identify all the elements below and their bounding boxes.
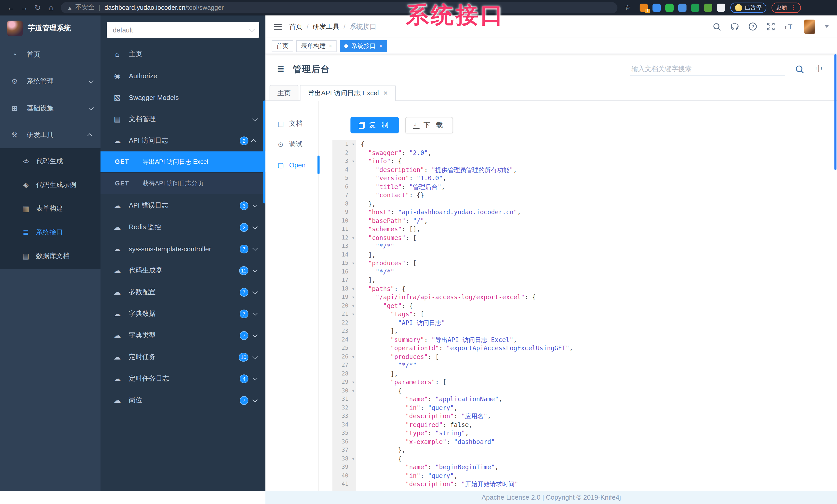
swagger-item-11[interactable]: ☁字典类型7 (101, 324, 265, 346)
app-logo-row[interactable]: 芋道管理系统 (0, 16, 101, 41)
doc-search-icon[interactable] (795, 64, 804, 73)
count-badge: 11 (239, 266, 248, 275)
swagger-item-14[interactable]: ☁岗位7 (101, 389, 265, 411)
extension-green-translate[interactable] (691, 3, 699, 12)
sidebar-item-0[interactable]: ◔首页 (0, 41, 101, 68)
close-icon[interactable]: ✕ (383, 90, 388, 97)
fold-icon[interactable]: ▾ (352, 140, 355, 149)
extension-blue-grid[interactable] (678, 3, 686, 12)
fold-icon[interactable]: ▾ (352, 284, 355, 293)
swagger-item-13[interactable]: ☁定时任务日志4 (101, 368, 265, 389)
fold-icon[interactable]: ▾ (352, 387, 355, 395)
api-group-select[interactable]: default (107, 22, 259, 38)
swagger-item-0[interactable]: ⌂主页 (101, 43, 265, 65)
font-size-icon[interactable]: tT (784, 22, 795, 31)
extension-blue-pin[interactable] (652, 3, 660, 12)
swagger-item-label: 字典数据 (129, 309, 232, 318)
extension-white-paw[interactable] (717, 3, 725, 12)
sidebar-subitem-1[interactable]: ◈代码生成示例 (0, 173, 101, 197)
swagger-item-5[interactable]: ☁API 错误日志3 (101, 195, 265, 216)
extension-green-leaf[interactable] (704, 3, 712, 12)
doc-search-input[interactable] (630, 62, 785, 75)
view-tag-2[interactable]: 系统接口× (340, 40, 387, 52)
browser-home-icon[interactable]: ⌂ (44, 3, 58, 12)
sidebar-item-1[interactable]: ⚙系统管理 (0, 68, 101, 95)
sidebar-subitem-0[interactable]: </>代码生成 (0, 149, 101, 173)
endpoint-row-0[interactable]: GET导出API 访问日志 Excel (101, 151, 265, 172)
line-number: 9 (333, 208, 356, 217)
breadcrumb-item[interactable]: 系统接口 (350, 22, 376, 31)
doc-nav-调试[interactable]: ⊙调试 (265, 134, 318, 154)
doc-tab-0[interactable]: 主页 (270, 85, 298, 100)
sidebar-subitem-4[interactable]: ▤数据库文档 (0, 244, 101, 268)
doc-tab-1[interactable]: 导出API 访问日志 Excel✕ (300, 85, 396, 101)
swagger-item-3[interactable]: ▤文档管理 (101, 108, 265, 130)
close-icon[interactable]: × (329, 43, 332, 49)
security-label[interactable]: 不安全 (75, 3, 94, 12)
code-line: "API 访问日志" (361, 319, 837, 327)
fold-icon[interactable]: ▾ (352, 234, 355, 242)
forward-icon[interactable]: → (18, 3, 31, 12)
page-scrollbar[interactable] (834, 54, 836, 170)
update-button[interactable]: 更新 ⋮ (771, 2, 801, 13)
bookmark-star-icon[interactable]: ☆ (625, 4, 630, 11)
sidebar-item-3[interactable]: ⚒研发工具 (0, 122, 101, 148)
line-number: 23 (333, 327, 356, 336)
swagger-item-4[interactable]: ☁API 访问日志2 (101, 130, 265, 151)
close-icon[interactable]: × (379, 43, 382, 49)
view-tag-1[interactable]: 表单构建× (296, 40, 337, 52)
hamburger-icon[interactable] (274, 23, 282, 30)
swagger-item-6[interactable]: ☁Redis 监控2 (101, 216, 265, 238)
swagger-item-2[interactable]: ▧Swagger Models (101, 87, 265, 108)
fullscreen-icon[interactable] (766, 22, 775, 31)
download-button[interactable]: ↓ 下 载 (405, 117, 453, 133)
fold-icon[interactable]: ▾ (352, 454, 355, 463)
sidebar-subitem-2[interactable]: ▦表单构建 (0, 197, 101, 221)
reload-icon[interactable]: ↻ (31, 3, 44, 12)
fold-icon[interactable]: ▾ (352, 378, 355, 387)
extension-orange[interactable]: 1 (639, 3, 647, 12)
view-tag-0[interactable]: 首页 (272, 40, 293, 52)
breadcrumb-item[interactable]: 研发工具 (313, 22, 339, 31)
back-icon[interactable]: ← (4, 3, 18, 12)
swagger-item-7[interactable]: ☁sys-sms-template-controller7 (101, 238, 265, 260)
collapse-menu-icon[interactable]: ≣ (277, 63, 285, 75)
swagger-item-12[interactable]: ☁定时任务10 (101, 346, 265, 368)
http-method-label: GET (115, 180, 129, 187)
search-icon[interactable] (713, 22, 721, 31)
count-badge: 2 (240, 223, 248, 231)
paused-label: 已暂停 (745, 4, 762, 11)
copy-button[interactable]: 复 制 (351, 117, 399, 133)
language-icon[interactable]: 中 (815, 64, 823, 74)
docmgr-icon: ▤ (113, 115, 122, 123)
fold-icon[interactable]: ▾ (352, 353, 355, 361)
fold-icon[interactable]: ▾ (352, 293, 355, 302)
swagger-item-8[interactable]: ☁代码生成器11 (101, 260, 265, 281)
kebab-menu-icon[interactable]: ⋮ (790, 4, 796, 11)
github-icon[interactable] (730, 22, 739, 31)
paused-extension-button[interactable]: 已暂停 (730, 2, 766, 13)
breadcrumb-item[interactable]: 首页 (289, 22, 303, 31)
doc-nav-Open[interactable]: ▢Open (265, 154, 318, 175)
endpoint-row-1[interactable]: GET获得API 访问日志分页 (101, 173, 265, 194)
avatar-caret-icon[interactable] (825, 25, 829, 28)
doc-nav-文档[interactable]: ▤文档 (265, 113, 318, 134)
sidebar-scrollbar[interactable] (263, 100, 265, 203)
fold-icon[interactable]: ▾ (352, 259, 355, 267)
swagger-item-1[interactable]: ◉Authorize (101, 65, 265, 87)
sidebar-subitem-3[interactable]: ≣系统接口 (0, 221, 101, 244)
extension-green-shield[interactable] (665, 3, 673, 12)
fold-icon[interactable]: ▾ (352, 157, 355, 166)
help-icon[interactable]: ? (748, 22, 757, 31)
fold-icon[interactable]: ▾ (352, 310, 355, 319)
address-bar[interactable]: ▲ 不安全 | dashboard.yudao.iocoder.cn /tool… (61, 2, 618, 13)
update-label: 更新 (776, 4, 787, 11)
code-icon: </> (22, 158, 30, 164)
swagger-item-10[interactable]: ☁字典数据7 (101, 303, 265, 324)
fold-icon[interactable]: ▾ (352, 302, 355, 310)
editor-code[interactable]: { "swagger": "2.0", "info": { "descripti… (356, 140, 837, 491)
swagger-item-9[interactable]: ☁参数配置7 (101, 281, 265, 303)
sidebar-item-2[interactable]: ⊞基础设施 (0, 95, 101, 122)
user-avatar[interactable] (804, 19, 815, 34)
json-editor[interactable]: 1▾23▾456789101112▾131415▾161718▾19▾20▾21… (333, 140, 837, 491)
